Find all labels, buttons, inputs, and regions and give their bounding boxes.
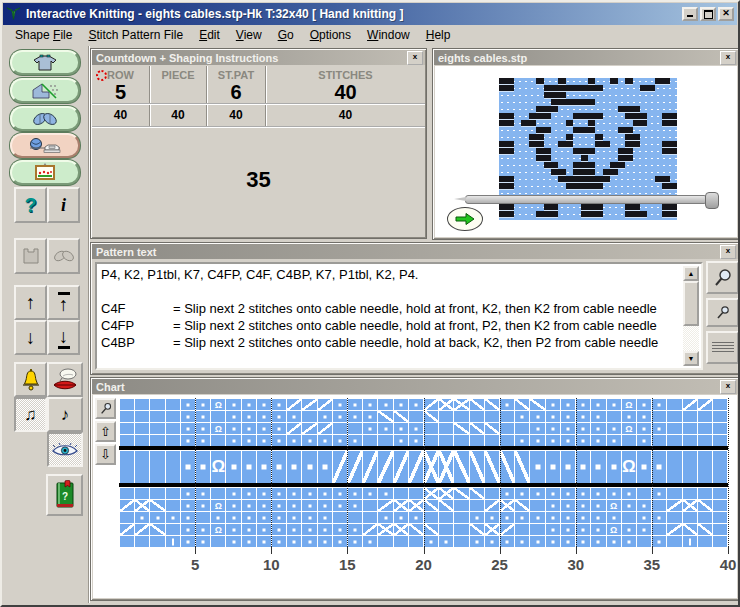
countdown-row-header: ROW — [92, 66, 149, 81]
help-button[interactable]: ? — [14, 187, 47, 223]
menu-window[interactable]: Window — [359, 26, 418, 44]
axis-tick — [195, 547, 196, 554]
preview-pattern-upper — [499, 78, 677, 206]
pattern-text-area[interactable]: P4, K2, P1tbl, K7, C4FP, C4F, C4BP, K7, … — [95, 262, 703, 370]
menu-shape-file[interactable]: Shape File — [7, 26, 80, 44]
minimize-button[interactable] — [682, 7, 698, 21]
manual-button[interactable]: ? — [46, 474, 83, 516]
row-up-button[interactable]: ↑ — [14, 285, 47, 320]
magnifier-icon — [99, 402, 113, 416]
maximize-icon — [704, 10, 713, 19]
chart-zoom-button[interactable] — [95, 398, 116, 419]
menu-stitch-pattern-file[interactable]: Stitch Pattern File — [80, 26, 191, 44]
axis-tick — [424, 547, 425, 554]
countdown-stitches-header: STITCHES — [266, 66, 425, 81]
single-note-button[interactable]: ♪ — [47, 397, 83, 432]
visibility-button[interactable] — [47, 432, 83, 467]
knitting-machine-button[interactable] — [10, 133, 80, 158]
window-titlebar[interactable]: Interactive Knitting - eights cables.stp… — [3, 3, 737, 25]
countdown-big-value: 35 — [92, 126, 425, 231]
text-zoom-out-button[interactable] — [706, 298, 739, 327]
speech-lips-icon — [52, 368, 78, 392]
pattern-text-scrollbar[interactable]: ▲ ▼ — [683, 266, 699, 366]
arrow-down-icon: ↓ — [26, 328, 36, 347]
sweater-icon — [32, 54, 58, 72]
picture-view-button[interactable] — [10, 160, 80, 185]
row-to-top-button[interactable]: ↑ — [47, 285, 80, 320]
info-button[interactable]: i — [47, 187, 80, 223]
row-to-bottom-button[interactable]: ↓ — [47, 320, 80, 355]
scrollbar-thumb[interactable] — [683, 281, 699, 326]
total-piece: 40 — [150, 105, 206, 126]
minimize-icon — [687, 15, 693, 17]
axis-tick — [728, 547, 729, 554]
total-row: 40 — [92, 105, 149, 126]
countdown-totals-row: 40 40 40 40 — [92, 103, 425, 126]
definition-c4fp: C4FP= Slip next 2 stitches onto cable ne… — [101, 317, 697, 334]
info-icon: i — [61, 195, 66, 216]
app-logo-icon — [6, 7, 21, 22]
chart-close-button[interactable]: x — [720, 380, 736, 394]
chart-scroll-down-button[interactable]: ⇩ — [95, 444, 116, 465]
countdown-header-row: ROW 5 PIECE ST.PAT 6 STITCHES 40 — [92, 66, 425, 103]
go-button[interactable] — [447, 207, 483, 231]
bell-button[interactable] — [14, 362, 47, 397]
menu-edit[interactable]: Edit — [191, 26, 228, 44]
preview-titlebar[interactable]: eights cables.stp x — [434, 50, 738, 65]
axis-label: 10 — [263, 556, 280, 573]
sound-on-button[interactable]: ♫ — [14, 397, 47, 432]
axis-tick — [271, 547, 272, 554]
definition-c4bp: C4BP= Slip next 2 stitches onto cable ne… — [101, 334, 697, 351]
vest-button-disabled[interactable] — [14, 238, 47, 274]
stitch-pattern-button[interactable] — [10, 106, 80, 131]
maximize-button[interactable] — [700, 7, 716, 21]
axis-tick — [576, 547, 577, 554]
shaping-piece-icon — [31, 82, 59, 100]
leaves-button-disabled[interactable] — [47, 238, 80, 274]
yarn-machine-icon — [28, 137, 62, 155]
music-notes-icon: ♫ — [24, 405, 37, 425]
axis-label: 15 — [339, 556, 356, 573]
green-arrow-icon — [454, 212, 476, 226]
chart-title: Chart — [96, 381, 720, 393]
axis-label: 5 — [191, 556, 199, 573]
pattern-text-titlebar[interactable]: Pattern text x — [92, 244, 738, 259]
magnifier-large-icon — [713, 268, 733, 288]
menu-view[interactable]: View — [228, 26, 270, 44]
menu-options[interactable]: Options — [302, 26, 359, 44]
text-zoom-in-button[interactable] — [706, 261, 739, 294]
axis-tick — [500, 547, 501, 554]
menu-go[interactable]: Go — [270, 26, 302, 44]
preview-canvas — [435, 66, 737, 237]
close-button[interactable]: ✕ — [718, 7, 734, 21]
total-stpat: 40 — [207, 105, 265, 126]
axis-label: 20 — [415, 556, 432, 573]
pattern-text-close-button[interactable]: x — [720, 245, 736, 259]
countdown-titlebar[interactable]: Countdown + Shaping Instructions x — [92, 50, 425, 65]
chart-scroll-up-button[interactable]: ⇧ — [95, 421, 116, 442]
garment-shape-button[interactable] — [10, 50, 80, 75]
magnifier-small-icon — [715, 305, 731, 321]
micro-text-icon — [712, 342, 734, 353]
shaping-button[interactable] — [10, 78, 80, 103]
scroll-down-button[interactable]: ▼ — [683, 351, 699, 366]
bell-icon — [20, 368, 42, 392]
pattern-row-text: P4, K2, P1tbl, K7, C4FP, C4F, C4BP, K7, … — [101, 266, 697, 283]
svg-text:?: ? — [61, 491, 67, 502]
row-down-button[interactable]: ↓ — [14, 320, 47, 355]
chart-titlebar[interactable]: Chart x — [92, 379, 738, 394]
knitting-needle — [465, 195, 707, 204]
text-font-button[interactable] — [706, 331, 739, 364]
countdown-window: Countdown + Shaping Instructions x ROW 5… — [90, 48, 427, 239]
leaves-icon — [30, 110, 60, 128]
countdown-close-button[interactable]: x — [407, 51, 423, 65]
speech-button[interactable] — [47, 362, 83, 397]
menu-help[interactable]: Help — [418, 26, 459, 44]
countdown-row-value: 5 — [92, 81, 149, 103]
chart-canvas: ⇧ ⇩ 510152025303540 — [93, 395, 737, 598]
preview-close-button[interactable]: x — [720, 51, 736, 65]
arrow-up-to-bar-icon: ↑ — [58, 292, 70, 314]
scroll-up-button[interactable]: ▲ — [683, 266, 699, 281]
leaves-gray-icon — [51, 247, 77, 265]
countdown-piece-header: PIECE — [150, 66, 206, 81]
